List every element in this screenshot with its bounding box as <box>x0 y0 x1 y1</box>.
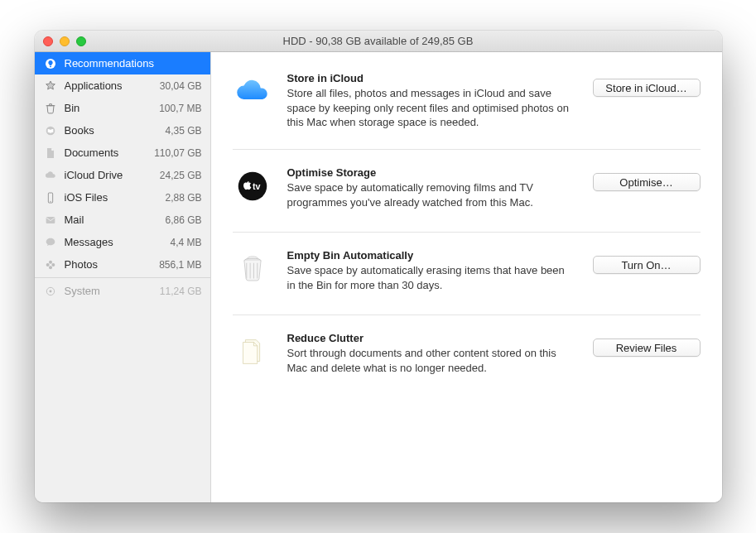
turn-on-button[interactable]: Turn On… <box>593 256 701 274</box>
recommendation-text: Store in iCloud Store all files, photos … <box>287 72 575 130</box>
recommendation-description: Save space by automatically erasing item… <box>287 263 575 292</box>
sidebar-item-label: iCloud Drive <box>65 169 153 181</box>
sidebar-item-size: 24,25 GB <box>160 170 202 181</box>
appletv-icon: tv <box>233 166 272 206</box>
messages-icon <box>43 235 58 250</box>
recommendation-description: Store all files, photos and messages in … <box>287 86 575 130</box>
sidebar-item-recommendations[interactable]: Recommendations <box>35 52 210 74</box>
sidebar-item-documents[interactable]: Documents 110,07 GB <box>35 142 210 164</box>
recommendation-text: Empty Bin Automatically Save space by au… <box>287 249 575 292</box>
content-pane: Store in iCloud Store all files, photos … <box>211 52 722 502</box>
system-icon <box>43 284 58 299</box>
recommendation-text: Reduce Clutter Sort through documents an… <box>287 332 575 375</box>
recommendation-action: Review Files <box>590 332 701 357</box>
sidebar-item-size: 11,24 GB <box>160 286 202 297</box>
bin-icon <box>43 101 58 116</box>
trash-icon <box>233 249 272 289</box>
sidebar-item-applications[interactable]: Applications 30,04 GB <box>35 74 210 97</box>
documents-stack-icon <box>233 332 272 372</box>
recommendation-action: Store in iCloud… <box>590 72 701 97</box>
sidebar-item-label: Books <box>65 124 159 137</box>
recommendation-action: Turn On… <box>590 249 701 274</box>
sidebar-item-label: System <box>65 285 153 297</box>
sidebar-item-size: 100,7 MB <box>159 103 201 114</box>
cloud-icon <box>233 72 272 112</box>
sidebar-item-size: 4,35 GB <box>165 125 201 137</box>
recommendation-action: Optimise… <box>590 166 701 191</box>
svg-point-10 <box>49 290 51 292</box>
window-body: Recommendations Applications 30,04 GB Bi… <box>35 52 722 502</box>
optimise-button[interactable]: Optimise… <box>593 173 701 191</box>
zoom-window-button[interactable] <box>76 36 86 46</box>
documents-icon <box>43 146 58 161</box>
iphone-icon <box>43 190 58 205</box>
sidebar-item-size: 2,88 GB <box>165 192 201 204</box>
svg-rect-4 <box>46 217 55 223</box>
recommendation-title: Store in iCloud <box>287 72 575 84</box>
sidebar-item-label: Documents <box>65 146 148 159</box>
svg-point-3 <box>50 200 51 201</box>
sidebar-item-books[interactable]: Books 4,35 GB <box>35 119 210 142</box>
recommendation-title: Reduce Clutter <box>287 332 575 344</box>
sidebar-item-label: Mail <box>65 214 159 226</box>
svg-point-8 <box>51 263 55 266</box>
minimize-window-button[interactable] <box>60 36 70 46</box>
icloud-icon <box>43 168 58 183</box>
sidebar-item-label: Recommendations <box>65 57 202 70</box>
recommendation-empty-bin: Empty Bin Automatically Save space by au… <box>233 233 701 315</box>
sidebar-item-photos[interactable]: Photos 856,1 MB <box>35 253 210 276</box>
recommendation-title: Optimise Storage <box>287 166 575 179</box>
sidebar-item-label: Applications <box>65 79 153 92</box>
storage-management-window: HDD - 90,38 GB available of 249,85 GB Re… <box>35 31 722 502</box>
sidebar-item-icloud-drive[interactable]: iCloud Drive 24,25 GB <box>35 164 210 186</box>
lightbulb-icon <box>43 56 58 71</box>
review-files-button[interactable]: Review Files <box>593 339 701 357</box>
recommendation-reduce-clutter: Reduce Clutter Sort through documents an… <box>233 315 701 398</box>
recommendation-description: Sort through documents and other content… <box>287 346 575 375</box>
recommendation-optimise-storage: tv Optimise Storage Save space by automa… <box>233 150 701 233</box>
sidebar-item-label: Messages <box>65 236 164 248</box>
close-window-button[interactable] <box>43 36 53 46</box>
sidebar-item-size: 856,1 MB <box>159 259 201 271</box>
recommendation-store-in-icloud: Store in iCloud Store all files, photos … <box>233 67 701 150</box>
sidebar-item-messages[interactable]: Messages 4,4 MB <box>35 231 210 253</box>
store-in-icloud-button[interactable]: Store in iCloud… <box>593 79 701 97</box>
titlebar: HDD - 90,38 GB available of 249,85 GB <box>35 31 722 52</box>
sidebar-item-ios-files[interactable]: iOS Files 2,88 GB <box>35 186 210 209</box>
recommendation-title: Empty Bin Automatically <box>287 249 575 262</box>
books-icon <box>43 123 58 138</box>
window-title: HDD - 90,38 GB available of 249,85 GB <box>35 35 722 47</box>
window-controls <box>35 36 86 46</box>
svg-point-5 <box>49 260 52 263</box>
svg-point-6 <box>49 266 52 269</box>
sidebar-item-system[interactable]: System 11,24 GB <box>35 280 210 302</box>
sidebar-item-bin[interactable]: Bin 100,7 MB <box>35 97 210 119</box>
sidebar-divider <box>35 277 210 278</box>
sidebar: Recommendations Applications 30,04 GB Bi… <box>35 52 211 502</box>
svg-text:tv: tv <box>253 181 261 191</box>
mail-icon <box>43 213 58 228</box>
photos-icon <box>43 257 58 272</box>
sidebar-item-mail[interactable]: Mail 6,86 GB <box>35 209 210 231</box>
sidebar-item-size: 110,07 GB <box>154 147 201 159</box>
sidebar-item-label: iOS Files <box>65 191 159 204</box>
recommendation-description: Save space by automatically removing fil… <box>287 180 575 209</box>
sidebar-item-label: Bin <box>65 102 153 114</box>
applications-icon <box>43 79 58 94</box>
recommendation-text: Optimise Storage Save space by automatic… <box>287 166 575 209</box>
sidebar-item-size: 4,4 MB <box>170 237 201 248</box>
svg-point-7 <box>46 263 49 266</box>
sidebar-item-size: 30,04 GB <box>160 80 202 92</box>
sidebar-item-size: 6,86 GB <box>165 214 201 226</box>
sidebar-item-label: Photos <box>65 258 153 271</box>
